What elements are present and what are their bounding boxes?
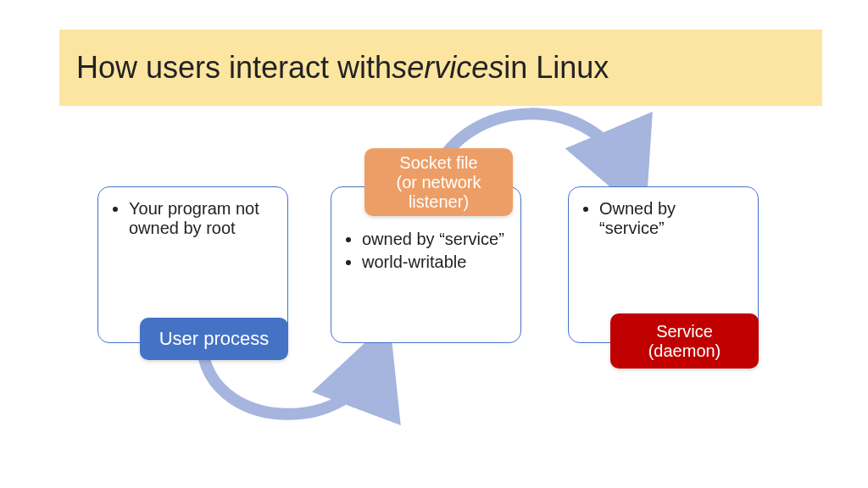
service-bullet-1: Owned by “service” [599, 199, 744, 238]
badge-socket-file: Socket file (or network listener) [364, 148, 513, 216]
socket-bullet-1: owned by “service” [362, 230, 507, 249]
badge-service-line1: Service [656, 322, 713, 341]
user-process-bullet-1: Your program not owned by root [129, 199, 274, 238]
socket-bullet-2: world-writable [362, 252, 507, 272]
title-post: in Linux [504, 50, 609, 86]
badge-socket-line2: (or network listener) [373, 173, 504, 212]
badge-user-process-text: User process [159, 328, 270, 350]
badge-service: Service (daemon) [610, 313, 759, 369]
badge-socket-line1: Socket file [399, 153, 477, 173]
title-pre: How users interact with [76, 50, 392, 86]
badge-user-process: User process [140, 318, 288, 360]
badge-service-line2: (daemon) [648, 341, 721, 361]
title-italic: services [392, 50, 504, 86]
